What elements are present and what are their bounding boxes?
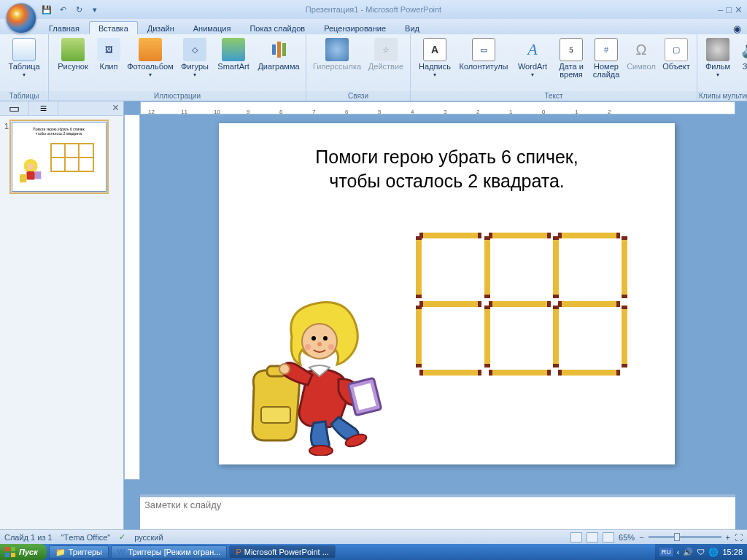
group-links-label: Связи <box>306 91 410 101</box>
slide-thumbnail-1[interactable]: 1 Помоги герою убрать 6 спичек,чтобы ост… <box>4 122 119 192</box>
tab-view[interactable]: Вид <box>395 21 429 34</box>
office-button[interactable] <box>6 3 36 34</box>
table-button[interactable]: Таблица▾ <box>3 36 45 79</box>
group-illus-label: Иллюстрации <box>49 91 306 101</box>
slide-title: Помоги герою убрать 6 спичек, чтобы оста… <box>219 145 675 193</box>
window-title: Презентация1 - Microsoft PowerPoint <box>0 5 747 14</box>
table-icon <box>12 38 36 61</box>
textbox-button[interactable]: AНадпись▾ <box>414 36 456 79</box>
wordart-button[interactable]: AWordArt▾ <box>511 36 554 79</box>
spellcheck-icon[interactable]: ✓ <box>119 532 125 542</box>
taskbar-item-powerpoint[interactable]: PMicrosoft PowerPoint ... <box>229 545 336 559</box>
tray-volume-icon[interactable]: 🔊 <box>683 548 693 557</box>
movie-button[interactable]: Фильм▾ <box>700 36 735 79</box>
tab-insert[interactable]: Вставка <box>89 21 138 34</box>
character-clipart <box>241 299 383 456</box>
textbox-icon: A <box>423 38 446 61</box>
headerfooter-button[interactable]: ▭Колонтитулы <box>456 36 511 72</box>
windows-logo-icon <box>4 546 16 558</box>
num-icon: # <box>595 38 618 61</box>
hyperlink-button: Гиперссылка <box>309 36 365 72</box>
view-slideshow-button[interactable] <box>603 532 614 542</box>
hf-icon: ▭ <box>472 38 495 61</box>
tab-home[interactable]: Главная <box>39 21 89 34</box>
language-indicator[interactable]: RU <box>659 548 673 556</box>
taskbar-item-folder[interactable]: 📁Триггеры <box>49 545 109 559</box>
notes-pane[interactable]: Заметки к слайду <box>140 494 735 529</box>
ribbon-help-icon[interactable]: ◉ <box>733 23 747 34</box>
folder-icon: 📁 <box>55 548 66 557</box>
taskbar-item-word[interactable]: WТриггеры [Режим огран... <box>111 545 227 559</box>
hyperlink-icon <box>325 38 349 61</box>
shapes-icon: ◇ <box>183 38 206 61</box>
tab-review[interactable]: Рецензирование <box>314 21 395 34</box>
group-tables-label: Таблицы <box>0 91 48 101</box>
zoom-out-button[interactable]: − <box>639 533 643 542</box>
smartart-button[interactable]: SmartArt <box>212 36 255 72</box>
tab-slideshow[interactable]: Показ слайдов <box>240 21 314 34</box>
thumbnail-pane[interactable]: ▭ ≡ × 1 Помоги герою убрать 6 спичек,что… <box>0 101 124 529</box>
svg-point-14 <box>323 336 328 341</box>
group-text-label: Текст <box>411 91 697 101</box>
movie-icon <box>706 38 729 61</box>
slides-tab-icon[interactable]: ▭ <box>0 101 29 115</box>
ppt-icon: P <box>236 548 241 556</box>
picture-button[interactable]: Рисунок <box>52 36 94 72</box>
sound-icon: 🔊 <box>739 38 747 61</box>
horizontal-ruler: 121110987654321012 <box>140 101 735 114</box>
svg-rect-18 <box>5 547 9 551</box>
svg-point-16 <box>305 344 311 350</box>
tray-icon[interactable]: ‹ <box>677 548 680 556</box>
zoom-in-button[interactable]: + <box>726 533 730 542</box>
vertical-ruler <box>124 114 140 480</box>
fit-window-button[interactable]: ⛶ <box>735 533 743 542</box>
svg-point-13 <box>311 336 316 341</box>
word-icon: W <box>117 548 125 556</box>
group-media-label: Клипы мультимедиа <box>697 91 747 101</box>
close-button[interactable]: ✕ <box>735 4 743 15</box>
zoom-slider[interactable] <box>649 536 721 538</box>
svg-point-11 <box>279 364 290 374</box>
clip-button[interactable]: 🖼Клип <box>94 36 123 72</box>
status-theme: "Тema Office" <box>61 533 111 542</box>
outline-tab-icon[interactable]: ≡ <box>29 101 58 115</box>
photoalbum-button[interactable]: Фотоальбом▾ <box>123 36 177 79</box>
status-slide-counter: Слайд 1 из 1 <box>4 533 53 542</box>
shapes-button[interactable]: ◇Фигуры▾ <box>177 36 212 79</box>
smartart-icon <box>222 38 245 61</box>
start-button[interactable]: Пуск <box>0 544 47 560</box>
tray-clock[interactable]: 15:28 <box>722 548 743 556</box>
action-icon: ☆ <box>374 38 398 61</box>
svg-point-15 <box>317 342 322 346</box>
object-button[interactable]: ▢Объект <box>659 36 694 72</box>
chart-button[interactable]: Диаграмма <box>255 36 303 72</box>
datetime-button[interactable]: 5️Дата и время <box>554 36 589 80</box>
restore-button[interactable]: □ <box>726 4 732 15</box>
svg-rect-21 <box>11 553 15 557</box>
svg-point-1 <box>27 163 34 171</box>
minimize-button[interactable]: – <box>718 4 723 15</box>
wordart-icon: A <box>521 38 544 61</box>
svg-rect-20 <box>5 553 9 557</box>
symbol-icon: Ω <box>630 38 653 61</box>
svg-point-9 <box>309 446 333 456</box>
sound-button[interactable]: 🔊Звук▾ <box>735 36 747 79</box>
view-normal-button[interactable] <box>570 532 582 542</box>
tray-shield-icon[interactable]: 🛡 <box>697 548 705 556</box>
svg-point-12 <box>302 324 337 359</box>
svg-rect-19 <box>11 547 15 551</box>
matchstick-grid <box>416 233 627 376</box>
svg-rect-3 <box>20 174 27 182</box>
pane-close-button[interactable]: × <box>108 101 123 115</box>
picture-icon <box>61 38 85 61</box>
object-icon: ▢ <box>665 38 688 61</box>
tray-network-icon[interactable]: 🌐 <box>708 548 719 557</box>
slidenumber-button[interactable]: #Номер слайда <box>589 36 624 80</box>
svg-point-17 <box>328 344 334 350</box>
zoom-level[interactable]: 65% <box>619 533 635 542</box>
view-sorter-button[interactable] <box>587 532 598 542</box>
tab-animation[interactable]: Анимация <box>184 21 241 34</box>
tab-design[interactable]: Дизайн <box>138 21 184 34</box>
status-language[interactable]: русский <box>134 533 163 542</box>
slide-canvas[interactable]: Помоги герою убрать 6 спичек, чтобы оста… <box>219 123 675 464</box>
